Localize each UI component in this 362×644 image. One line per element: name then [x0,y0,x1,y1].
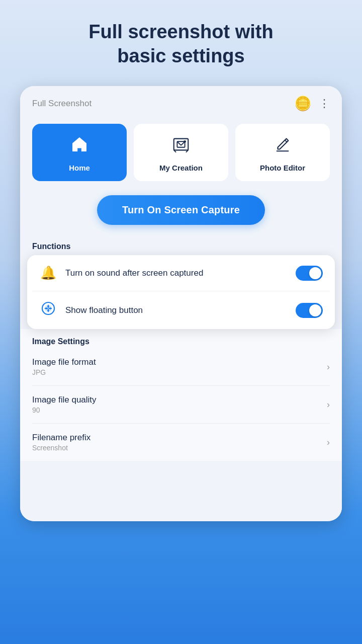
image-settings-section: Image Settings Image file format JPG › I… [20,329,342,461]
photo-editor-icon [273,135,292,158]
camera-shutter-icon [39,301,57,319]
cta-section: Turn On Screen Capture [20,190,342,236]
phone-card: Full Screenshot 🪙 ⋮ Home [20,86,342,521]
app-bar: Full Screenshot 🪙 ⋮ [20,86,342,117]
svg-rect-0 [174,139,189,150]
image-file-quality-title: Image file quality [32,395,327,405]
filename-prefix-title: Filename prefix [32,433,327,443]
floating-button-toggle-switch[interactable] [296,303,323,318]
floating-button-toggle-label: Show floating button [65,305,288,315]
filename-prefix-content: Filename prefix Screenshot [32,433,327,452]
bottom-padding [20,461,342,521]
svg-line-7 [285,140,287,142]
nav-tile-photo-editor-label: Photo Editor [260,164,305,172]
image-file-format-value: JPG [32,368,327,376]
nav-tile-my-creation[interactable]: My Creation [134,124,228,181]
image-settings-label: Image Settings [32,337,330,346]
functions-label: Functions [32,242,330,251]
sound-toggle-row: 🔔 Turn on sound after screen captured [32,255,330,291]
page-title: Full screenshot with basic settings [58,20,303,68]
more-menu-icon[interactable]: ⋮ [319,97,330,110]
image-file-quality-content: Image file quality 90 [32,395,327,414]
sound-toggle-switch[interactable] [296,266,323,281]
home-icon [70,135,89,158]
nav-tile-photo-editor[interactable]: Photo Editor [235,124,330,181]
app-bar-icons: 🪙 ⋮ [294,95,330,112]
bell-icon: 🔔 [39,265,57,281]
floating-button-toggle-row: Show floating button [32,291,330,329]
functions-section: Functions 🔔 Turn on sound after screen c… [20,236,342,329]
nav-tile-home-label: Home [69,164,90,172]
image-file-quality-value: 90 [32,406,327,414]
image-file-quality-row[interactable]: Image file quality 90 › [32,386,330,424]
filename-prefix-row[interactable]: Filename prefix Screenshot › [32,424,330,461]
avatar-icon: 🪙 [294,95,312,112]
screen-capture-button[interactable]: Turn On Screen Capture [97,195,265,225]
image-file-format-content: Image file format JPG [32,357,327,376]
chevron-right-icon-3: › [327,437,330,448]
my-creation-icon [171,135,191,158]
svg-line-2 [177,141,181,145]
image-file-format-title: Image file format [32,357,327,367]
filename-prefix-value: Screenshot [32,444,327,452]
app-bar-title: Full Screenshot [32,99,92,109]
image-file-format-row[interactable]: Image file format JPG › [32,348,330,386]
nav-tile-my-creation-label: My Creation [159,164,203,172]
chevron-right-icon-2: › [327,399,330,410]
nav-tiles: Home My Creation [20,117,342,190]
svg-point-4 [184,140,186,143]
chevron-right-icon: › [327,362,330,372]
nav-tile-home[interactable]: Home [32,124,127,181]
toggle-card: 🔔 Turn on sound after screen captured [27,255,335,329]
sound-toggle-label: Turn on sound after screen captured [65,268,288,278]
